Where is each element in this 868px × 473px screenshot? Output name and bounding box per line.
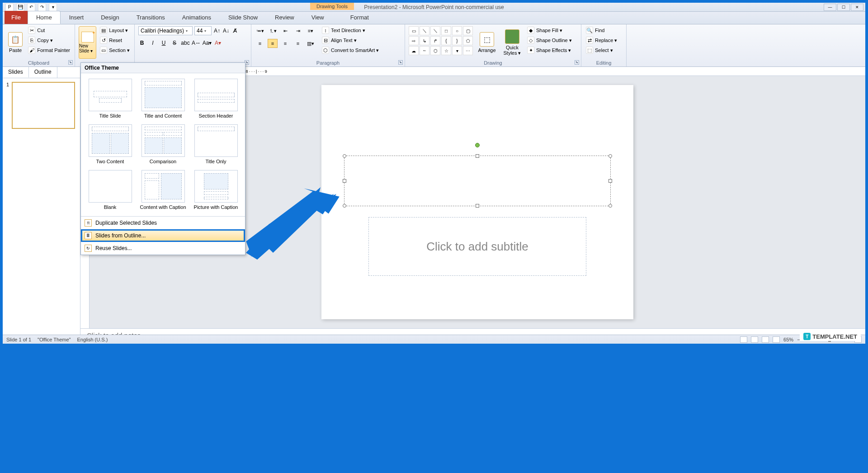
shape-arrow-icon[interactable]: ⇨ [409, 36, 419, 45]
tab-view[interactable]: View [303, 11, 333, 24]
layout-two-content[interactable]: Two Content [85, 123, 136, 166]
reading-view-button[interactable] [762, 336, 769, 343]
tab-design[interactable]: Design [92, 11, 127, 24]
convert-smartart-button[interactable]: ⬡Convert to SmartArt ▾ [321, 46, 380, 54]
shape-oval-icon[interactable]: ○ [452, 26, 462, 35]
tab-file[interactable]: File [5, 11, 28, 24]
text-direction-button[interactable]: ↕Text Direction ▾ [321, 26, 380, 34]
resize-handle-s[interactable] [476, 204, 479, 208]
qat-more-icon[interactable]: ▾ [49, 3, 57, 11]
resize-handle-n[interactable] [476, 154, 479, 158]
layout-title-only[interactable]: Title Only [190, 123, 241, 166]
shapes-more-button[interactable]: ⋯ [463, 46, 473, 55]
line-spacing-button[interactable]: ≡▾ [306, 26, 316, 35]
numbering-button[interactable]: ⒈▾ [268, 26, 278, 35]
align-text-button[interactable]: ⊟Align Text ▾ [321, 36, 380, 44]
shrink-font-button[interactable]: A↓ [222, 27, 230, 35]
clipboard-dialog-launcher[interactable]: ⬊ [68, 60, 73, 65]
align-left-button[interactable]: ≡ [255, 39, 265, 48]
shape-line2-icon[interactable]: ＼ [430, 26, 440, 35]
tab-review[interactable]: Review [266, 11, 303, 24]
reset-button[interactable]: ↺Reset [99, 36, 131, 44]
slides-from-outline-option[interactable]: ≣ Slides from Outline... [81, 229, 245, 242]
shape-fill-button[interactable]: ◆Shape Fill ▾ [526, 26, 573, 34]
layout-section-header[interactable]: Section Header [190, 77, 241, 121]
layout-title-slide[interactable]: Title Slide [85, 77, 136, 121]
copy-button[interactable]: ⎘Copy ▾ [27, 36, 71, 44]
rotation-handle[interactable] [475, 143, 480, 147]
layout-comparison[interactable]: Comparison [137, 123, 189, 166]
italic-button[interactable]: I [149, 39, 156, 47]
resize-handle-sw[interactable] [343, 204, 346, 208]
layout-blank[interactable]: Blank [85, 168, 136, 212]
subtitle-placeholder[interactable]: Click to add subtitle [368, 217, 586, 276]
tab-outline-panel[interactable]: Outline [29, 67, 57, 78]
duplicate-slides-option[interactable]: ⎘ Duplicate Selected Slides [81, 217, 245, 229]
shape-effects-button[interactable]: ✦Shape Effects ▾ [526, 46, 573, 54]
tab-insert[interactable]: Insert [61, 11, 93, 24]
shape-brace-icon[interactable]: { [441, 36, 451, 45]
format-painter-button[interactable]: 🖌Format Painter [27, 46, 71, 54]
shape-brace2-icon[interactable]: } [452, 36, 462, 45]
grow-font-button[interactable]: A↑ [213, 27, 221, 35]
change-case-button[interactable]: Aa▾ [203, 39, 211, 47]
bullets-button[interactable]: ≔▾ [255, 26, 265, 35]
replace-button[interactable]: ⇄Replace ▾ [585, 36, 618, 44]
increase-indent-button[interactable]: ⇥ [293, 26, 303, 35]
save-icon[interactable]: 💾 [16, 3, 24, 11]
shape-outline-button[interactable]: ◇Shape Outline ▾ [526, 36, 573, 44]
paste-button[interactable]: 📋 Paste [6, 26, 24, 59]
reuse-slides-option[interactable]: ↻ Reuse Slides... [81, 242, 245, 255]
shape-square-icon[interactable]: □ [441, 26, 451, 35]
quick-styles-button[interactable]: Quick Styles ▾ [501, 26, 524, 59]
shape-more2-icon[interactable]: ▾ [452, 46, 462, 55]
layout-title-content[interactable]: Title and Content [137, 77, 189, 121]
shape-curve-icon[interactable]: ～ [420, 46, 429, 55]
shape-connector-icon[interactable]: ↳ [420, 36, 429, 45]
drawing-dialog-launcher[interactable]: ⬊ [575, 60, 579, 65]
find-button[interactable]: 🔍Find [585, 26, 618, 34]
resize-handle-e[interactable] [609, 179, 612, 183]
paragraph-dialog-launcher[interactable]: ⬊ [398, 60, 403, 65]
slideshow-view-button[interactable] [773, 336, 780, 343]
tab-animations[interactable]: Animations [174, 11, 220, 24]
select-button[interactable]: ⬚Select ▾ [585, 46, 618, 54]
align-center-button[interactable]: ≡ [268, 39, 278, 48]
shape-rect-icon[interactable]: ▭ [409, 26, 419, 35]
tab-format[interactable]: Format [342, 11, 377, 24]
shapes-gallery[interactable]: ▭ ＼ ＼ □ ○ ▢ ⇨ ↳ ↱ { } ⬠ ☁ ～ ⬡ ☆ ▾ [409, 26, 473, 55]
strikethrough-button[interactable]: S [171, 39, 178, 47]
layout-button[interactable]: ▤Layout ▾ [99, 26, 131, 34]
shape-line-icon[interactable]: ＼ [420, 26, 429, 35]
redo-icon[interactable]: ↷ [38, 3, 46, 11]
bold-button[interactable]: B [138, 39, 146, 47]
minimize-button[interactable]: — [824, 4, 836, 11]
resize-handle-w[interactable] [343, 179, 346, 183]
decrease-indent-button[interactable]: ⇤ [280, 26, 290, 35]
undo-icon[interactable]: ↶ [27, 3, 35, 11]
justify-button[interactable]: ≡ [293, 39, 303, 48]
shape-callout-icon[interactable]: ☁ [409, 46, 419, 55]
underline-button[interactable]: U [160, 39, 167, 47]
section-button[interactable]: ▭Section ▾ [99, 46, 131, 54]
columns-button[interactable]: ▥▾ [306, 39, 316, 48]
resize-handle-nw[interactable] [343, 154, 346, 158]
shape-connector2-icon[interactable]: ↱ [430, 36, 440, 45]
title-placeholder[interactable] [344, 156, 611, 206]
shape-rounded-icon[interactable]: ▢ [463, 26, 473, 35]
layout-picture-caption[interactable]: Picture with Caption [190, 168, 241, 212]
font-color-button[interactable]: A▾ [214, 39, 222, 47]
tab-slides-panel[interactable]: Slides [3, 67, 29, 78]
tab-home[interactable]: Home [28, 11, 61, 24]
normal-view-button[interactable] [740, 336, 747, 343]
char-spacing-button[interactable]: A↔ [193, 39, 200, 47]
shape-star-icon[interactable]: ☆ [441, 46, 451, 55]
resize-handle-se[interactable] [609, 204, 612, 208]
tab-transitions[interactable]: Transitions [128, 11, 174, 24]
maximize-button[interactable]: ☐ [837, 4, 850, 11]
tab-slideshow[interactable]: Slide Show [220, 11, 266, 24]
new-slide-button[interactable]: New Slide ▾ [79, 26, 96, 59]
cut-button[interactable]: ✂Cut [27, 26, 71, 34]
slide[interactable]: Click to add subtitle [321, 85, 633, 319]
arrange-button[interactable]: ⬚ Arrange [476, 26, 498, 59]
